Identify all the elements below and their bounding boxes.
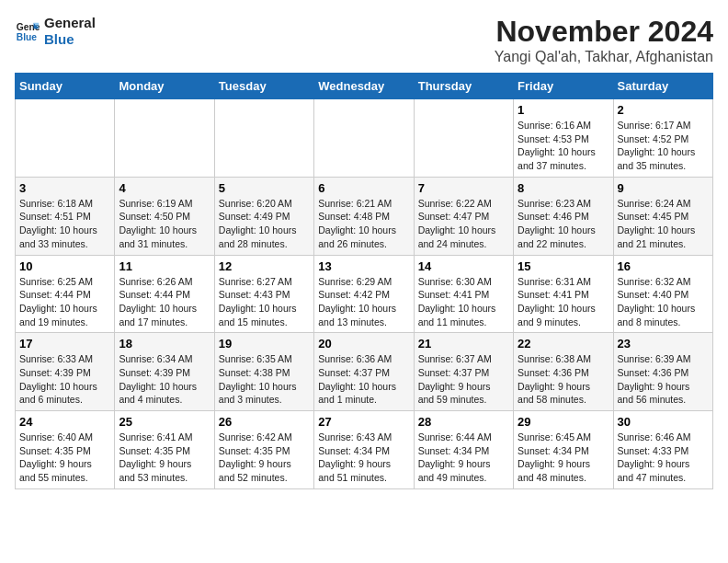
calendar-cell: 7Sunrise: 6:22 AM Sunset: 4:47 PM Daylig… bbox=[414, 177, 513, 255]
day-info: Sunrise: 6:25 AM Sunset: 4:44 PM Dayligh… bbox=[19, 275, 110, 329]
day-number: 15 bbox=[518, 259, 609, 273]
calendar-cell: 16Sunrise: 6:32 AM Sunset: 4:40 PM Dayli… bbox=[613, 255, 712, 333]
day-number: 4 bbox=[119, 181, 210, 195]
title-area: November 2024 Yangi Qal'ah, Takhar, Afgh… bbox=[495, 15, 713, 65]
calendar-week-row: 1Sunrise: 6:16 AM Sunset: 4:53 PM Daylig… bbox=[16, 99, 713, 178]
calendar-cell: 3Sunrise: 6:18 AM Sunset: 4:51 PM Daylig… bbox=[16, 177, 115, 255]
calendar-cell bbox=[414, 99, 513, 178]
day-info: Sunrise: 6:23 AM Sunset: 4:46 PM Dayligh… bbox=[518, 197, 609, 251]
calendar-cell: 27Sunrise: 6:43 AM Sunset: 4:34 PM Dayli… bbox=[314, 411, 414, 489]
weekday-header: Sunday bbox=[16, 74, 115, 99]
day-info: Sunrise: 6:38 AM Sunset: 4:36 PM Dayligh… bbox=[518, 352, 609, 407]
calendar-cell: 17Sunrise: 6:33 AM Sunset: 4:39 PM Dayli… bbox=[16, 333, 115, 411]
day-number: 19 bbox=[219, 337, 310, 350]
calendar-cell: 26Sunrise: 6:42 AM Sunset: 4:35 PM Dayli… bbox=[214, 411, 313, 489]
calendar-cell: 1Sunrise: 6:16 AM Sunset: 4:53 PM Daylig… bbox=[514, 99, 613, 178]
day-info: Sunrise: 6:16 AM Sunset: 4:53 PM Dayligh… bbox=[518, 119, 609, 173]
day-number: 23 bbox=[618, 337, 709, 350]
day-info: Sunrise: 6:27 AM Sunset: 4:43 PM Dayligh… bbox=[219, 275, 310, 329]
calendar-cell: 10Sunrise: 6:25 AM Sunset: 4:44 PM Dayli… bbox=[16, 255, 115, 333]
day-number: 14 bbox=[418, 259, 509, 273]
calendar-week-row: 24Sunrise: 6:40 AM Sunset: 4:35 PM Dayli… bbox=[16, 411, 713, 489]
day-info: Sunrise: 6:37 AM Sunset: 4:37 PM Dayligh… bbox=[418, 352, 509, 407]
calendar-cell: 29Sunrise: 6:45 AM Sunset: 4:34 PM Dayli… bbox=[514, 411, 613, 489]
day-number: 29 bbox=[518, 415, 609, 429]
day-number: 26 bbox=[219, 415, 310, 429]
calendar-cell bbox=[314, 99, 414, 178]
calendar-cell: 6Sunrise: 6:21 AM Sunset: 4:48 PM Daylig… bbox=[314, 177, 414, 255]
day-number: 13 bbox=[318, 259, 409, 273]
day-info: Sunrise: 6:46 AM Sunset: 4:33 PM Dayligh… bbox=[618, 431, 709, 485]
calendar-cell: 8Sunrise: 6:23 AM Sunset: 4:46 PM Daylig… bbox=[514, 177, 613, 255]
calendar-cell bbox=[115, 99, 214, 178]
day-info: Sunrise: 6:30 AM Sunset: 4:41 PM Dayligh… bbox=[418, 275, 509, 329]
day-info: Sunrise: 6:17 AM Sunset: 4:52 PM Dayligh… bbox=[618, 119, 709, 173]
day-info: Sunrise: 6:22 AM Sunset: 4:47 PM Dayligh… bbox=[418, 197, 509, 251]
day-info: Sunrise: 6:29 AM Sunset: 4:42 PM Dayligh… bbox=[318, 275, 409, 329]
day-number: 27 bbox=[318, 415, 409, 429]
day-number: 7 bbox=[418, 181, 509, 195]
day-number: 17 bbox=[19, 337, 110, 350]
calendar-cell: 11Sunrise: 6:26 AM Sunset: 4:44 PM Dayli… bbox=[115, 255, 214, 333]
day-info: Sunrise: 6:33 AM Sunset: 4:39 PM Dayligh… bbox=[19, 352, 110, 407]
calendar-cell: 24Sunrise: 6:40 AM Sunset: 4:35 PM Dayli… bbox=[16, 411, 115, 489]
calendar-cell: 23Sunrise: 6:39 AM Sunset: 4:36 PM Dayli… bbox=[613, 333, 712, 411]
logo-blue: Blue bbox=[44, 31, 96, 48]
day-number: 1 bbox=[518, 103, 609, 117]
calendar-cell bbox=[16, 99, 115, 178]
day-number: 6 bbox=[318, 181, 409, 195]
calendar-cell bbox=[214, 99, 313, 178]
logo-icon: General Blue bbox=[15, 18, 40, 44]
weekday-header: Tuesday bbox=[214, 74, 313, 99]
calendar-cell: 28Sunrise: 6:44 AM Sunset: 4:34 PM Dayli… bbox=[414, 411, 513, 489]
day-info: Sunrise: 6:32 AM Sunset: 4:40 PM Dayligh… bbox=[618, 275, 709, 329]
calendar-cell: 9Sunrise: 6:24 AM Sunset: 4:45 PM Daylig… bbox=[613, 177, 712, 255]
day-number: 30 bbox=[618, 415, 709, 429]
weekday-header: Wednesday bbox=[314, 74, 414, 99]
day-info: Sunrise: 6:18 AM Sunset: 4:51 PM Dayligh… bbox=[19, 197, 110, 251]
calendar-cell: 30Sunrise: 6:46 AM Sunset: 4:33 PM Dayli… bbox=[613, 411, 712, 489]
weekday-header: Friday bbox=[514, 74, 613, 99]
day-info: Sunrise: 6:19 AM Sunset: 4:50 PM Dayligh… bbox=[119, 197, 210, 251]
weekday-header: Thursday bbox=[414, 74, 513, 99]
day-info: Sunrise: 6:40 AM Sunset: 4:35 PM Dayligh… bbox=[19, 431, 110, 485]
day-number: 12 bbox=[219, 259, 310, 273]
day-number: 25 bbox=[119, 415, 210, 429]
calendar-cell: 14Sunrise: 6:30 AM Sunset: 4:41 PM Dayli… bbox=[414, 255, 513, 333]
day-number: 2 bbox=[618, 103, 709, 117]
day-info: Sunrise: 6:34 AM Sunset: 4:39 PM Dayligh… bbox=[119, 352, 210, 407]
day-info: Sunrise: 6:31 AM Sunset: 4:41 PM Dayligh… bbox=[518, 275, 609, 329]
calendar-cell: 12Sunrise: 6:27 AM Sunset: 4:43 PM Dayli… bbox=[214, 255, 313, 333]
day-number: 21 bbox=[418, 337, 509, 350]
calendar-week-row: 10Sunrise: 6:25 AM Sunset: 4:44 PM Dayli… bbox=[16, 255, 713, 333]
calendar-cell: 5Sunrise: 6:20 AM Sunset: 4:49 PM Daylig… bbox=[214, 177, 313, 255]
calendar-cell: 21Sunrise: 6:37 AM Sunset: 4:37 PM Dayli… bbox=[414, 333, 513, 411]
calendar-cell: 4Sunrise: 6:19 AM Sunset: 4:50 PM Daylig… bbox=[115, 177, 214, 255]
calendar-cell: 22Sunrise: 6:38 AM Sunset: 4:36 PM Dayli… bbox=[514, 333, 613, 411]
header-row: SundayMondayTuesdayWednesdayThursdayFrid… bbox=[16, 74, 713, 99]
calendar-table: SundayMondayTuesdayWednesdayThursdayFrid… bbox=[15, 73, 713, 489]
calendar-week-row: 3Sunrise: 6:18 AM Sunset: 4:51 PM Daylig… bbox=[16, 177, 713, 255]
day-number: 8 bbox=[518, 181, 609, 195]
day-info: Sunrise: 6:39 AM Sunset: 4:36 PM Dayligh… bbox=[618, 352, 709, 407]
day-info: Sunrise: 6:36 AM Sunset: 4:37 PM Dayligh… bbox=[318, 352, 409, 407]
calendar-week-row: 17Sunrise: 6:33 AM Sunset: 4:39 PM Dayli… bbox=[16, 333, 713, 411]
svg-text:Blue: Blue bbox=[17, 32, 38, 42]
day-info: Sunrise: 6:20 AM Sunset: 4:49 PM Dayligh… bbox=[219, 197, 310, 251]
day-number: 9 bbox=[618, 181, 709, 195]
day-number: 11 bbox=[119, 259, 210, 273]
calendar-cell: 13Sunrise: 6:29 AM Sunset: 4:42 PM Dayli… bbox=[314, 255, 414, 333]
calendar-cell: 19Sunrise: 6:35 AM Sunset: 4:38 PM Dayli… bbox=[214, 333, 313, 411]
calendar-cell: 20Sunrise: 6:36 AM Sunset: 4:37 PM Dayli… bbox=[314, 333, 414, 411]
day-info: Sunrise: 6:45 AM Sunset: 4:34 PM Dayligh… bbox=[518, 431, 609, 485]
weekday-header: Saturday bbox=[613, 74, 712, 99]
month-title: November 2024 bbox=[495, 15, 713, 49]
day-number: 28 bbox=[418, 415, 509, 429]
day-info: Sunrise: 6:21 AM Sunset: 4:48 PM Dayligh… bbox=[318, 197, 409, 251]
day-info: Sunrise: 6:26 AM Sunset: 4:44 PM Dayligh… bbox=[119, 275, 210, 329]
day-number: 18 bbox=[119, 337, 210, 350]
day-info: Sunrise: 6:24 AM Sunset: 4:45 PM Dayligh… bbox=[618, 197, 709, 251]
calendar-cell: 18Sunrise: 6:34 AM Sunset: 4:39 PM Dayli… bbox=[115, 333, 214, 411]
logo: General Blue General Blue bbox=[15, 15, 96, 48]
day-info: Sunrise: 6:42 AM Sunset: 4:35 PM Dayligh… bbox=[219, 431, 310, 485]
